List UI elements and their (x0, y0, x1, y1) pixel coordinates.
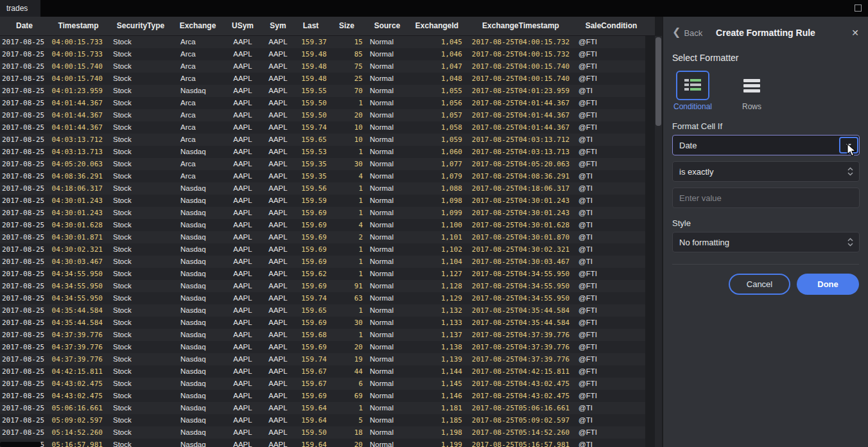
table-cell[interactable]: 1,198 (410, 426, 464, 439)
table-cell[interactable]: 19 (329, 353, 365, 365)
table-cell[interactable]: 2017-08-25 (0, 341, 49, 353)
table-cell[interactable]: Nasdaq (173, 280, 222, 292)
table-row[interactable]: 2017-08-2504:01:44.367StockArcaAAPLAAPL1… (0, 121, 645, 134)
table-cell[interactable]: AAPL (263, 158, 293, 170)
table-cell[interactable]: @TI (577, 231, 645, 243)
table-cell[interactable]: Nasdaq (173, 268, 222, 280)
table-row[interactable]: 2017-08-2504:34:55.950StockNasdaqAAPLAAP… (0, 268, 645, 280)
table-cell[interactable]: AAPL (222, 365, 263, 378)
table-cell[interactable]: 2017-08-25T04:35:44.584 (464, 317, 577, 329)
table-cell[interactable]: 2017-08-25T04:30:01.870 (464, 231, 577, 243)
vertical-scrollbar[interactable] (655, 36, 662, 447)
table-cell[interactable]: 159.64 (293, 414, 329, 426)
table-cell[interactable]: @TI (577, 170, 645, 182)
table-cell[interactable]: 1 (329, 207, 365, 219)
table-cell[interactable]: 2017-08-25 (0, 207, 49, 219)
table-cell[interactable]: 04:01:44.367 (49, 97, 108, 109)
table-cell[interactable]: Normal (365, 231, 410, 243)
table-cell[interactable]: AAPL (222, 304, 263, 317)
table-row[interactable]: 2017-08-2504:30:03.467StockNasdaqAAPLAAP… (0, 256, 645, 268)
table-cell[interactable]: 1,138 (410, 341, 464, 353)
table-cell[interactable]: 75 (329, 60, 365, 73)
table-row[interactable]: 2017-08-2504:37:39.776StockNasdaqAAPLAAP… (0, 329, 645, 341)
table-cell[interactable]: Stock (108, 365, 173, 378)
table-cell[interactable]: AAPL (222, 170, 263, 182)
table-cell[interactable]: 2017-08-25 (0, 280, 49, 292)
table-cell[interactable]: 1,185 (410, 414, 464, 426)
table-cell[interactable]: 159.65 (293, 304, 329, 317)
table-cell[interactable]: Stock (108, 48, 173, 60)
table-cell[interactable]: 159.35 (293, 158, 329, 170)
table-cell[interactable]: 1,128 (410, 280, 464, 292)
table-cell[interactable]: Nasdaq (173, 256, 222, 268)
table-cell[interactable]: Normal (365, 85, 410, 97)
table-cell[interactable]: 04:30:01.243 (49, 207, 108, 219)
table-cell[interactable]: Normal (365, 121, 410, 134)
table-cell[interactable]: @FTI (577, 158, 645, 170)
column-header-exchangeid[interactable]: ExchangeId (410, 17, 464, 35)
table-cell[interactable]: 04:30:01.871 (49, 231, 108, 243)
table-cell[interactable]: 1 (329, 195, 365, 207)
table-cell[interactable]: 10 (329, 121, 365, 134)
table-cell[interactable]: 2017-08-25T04:01:44.367 (464, 97, 577, 109)
table-cell[interactable]: AAPL (222, 195, 263, 207)
table-cell[interactable]: 20 (329, 341, 365, 353)
table-cell[interactable]: Normal (365, 304, 410, 317)
table-cell[interactable]: 04:37:39.776 (49, 341, 108, 353)
table-cell[interactable]: 1,132 (410, 304, 464, 317)
table-cell[interactable]: 1,077 (410, 158, 464, 170)
table-cell[interactable]: 2017-08-25 (0, 256, 49, 268)
table-cell[interactable]: @FTI (577, 48, 645, 60)
table-cell[interactable]: 2017-08-25 (0, 182, 49, 195)
table-cell[interactable]: @FTI (577, 268, 645, 280)
table-cell[interactable]: 159.64 (293, 439, 329, 447)
table-cell[interactable]: Nasdaq (173, 146, 222, 158)
table-cell[interactable]: 04:37:39.776 (49, 329, 108, 341)
table-cell[interactable]: 159.69 (293, 219, 329, 231)
table-cell[interactable]: 04:00:15.740 (49, 60, 108, 73)
table-cell[interactable]: Stock (108, 304, 173, 317)
table-cell[interactable]: 159.55 (293, 85, 329, 97)
table-cell[interactable]: Nasdaq (173, 85, 222, 97)
table-cell[interactable]: Normal (365, 146, 410, 158)
table-cell[interactable]: Nasdaq (173, 195, 222, 207)
table-cell[interactable]: AAPL (222, 146, 263, 158)
table-cell[interactable]: @FTI (577, 146, 645, 158)
table-cell[interactable]: AAPL (222, 97, 263, 109)
table-cell[interactable]: 2017-08-25T04:43:02.475 (464, 390, 577, 402)
table-cell[interactable]: 1 (329, 97, 365, 109)
table-row[interactable]: 2017-08-2504:43:02.475StockNasdaqAAPLAAP… (0, 390, 645, 402)
table-cell[interactable]: 04:08:36.291 (49, 170, 108, 182)
table-cell[interactable]: 04:01:23.959 (49, 85, 108, 97)
table-cell[interactable]: Normal (365, 219, 410, 231)
table-cell[interactable]: 1 (329, 146, 365, 158)
table-cell[interactable]: 159.50 (293, 97, 329, 109)
table-row[interactable]: 2017-08-2504:35:44.584StockNasdaqAAPLAAP… (0, 304, 645, 317)
table-row[interactable]: 2017-08-2504:37:39.776StockNasdaqAAPLAAP… (0, 341, 645, 353)
table-cell[interactable]: 2017-08-25 (0, 390, 49, 402)
table-cell[interactable]: 1,057 (410, 109, 464, 121)
table-cell[interactable]: AAPL (263, 231, 293, 243)
table-cell[interactable]: 1,104 (410, 256, 464, 268)
table-cell[interactable]: @TI (577, 402, 645, 414)
table-cell[interactable]: 2017-08-25 (0, 292, 49, 304)
table-cell[interactable]: AAPL (222, 414, 263, 426)
table-cell[interactable]: AAPL (222, 280, 263, 292)
table-cell[interactable]: 04:03:13.713 (49, 146, 108, 158)
table-cell[interactable]: Stock (108, 256, 173, 268)
table-cell[interactable]: Arca (173, 134, 222, 146)
table-cell[interactable]: Nasdaq (173, 292, 222, 304)
table-cell[interactable]: 04:34:55.950 (49, 280, 108, 292)
table-cell[interactable]: AAPL (222, 121, 263, 134)
table-cell[interactable]: Stock (108, 341, 173, 353)
table-cell[interactable]: AAPL (263, 97, 293, 109)
table-cell[interactable]: 04:30:03.467 (49, 256, 108, 268)
table-cell[interactable]: 04:03:13.712 (49, 134, 108, 146)
table-cell[interactable]: 2017-08-25 (0, 36, 49, 48)
table-cell[interactable]: AAPL (222, 390, 263, 402)
table-cell[interactable]: 1 (329, 256, 365, 268)
table-cell[interactable]: 2017-08-25 (0, 414, 49, 426)
table-cell[interactable]: Normal (365, 207, 410, 219)
table-cell[interactable]: 2017-08-25T04:30:01.243 (464, 195, 577, 207)
table-cell[interactable]: Stock (108, 36, 173, 48)
